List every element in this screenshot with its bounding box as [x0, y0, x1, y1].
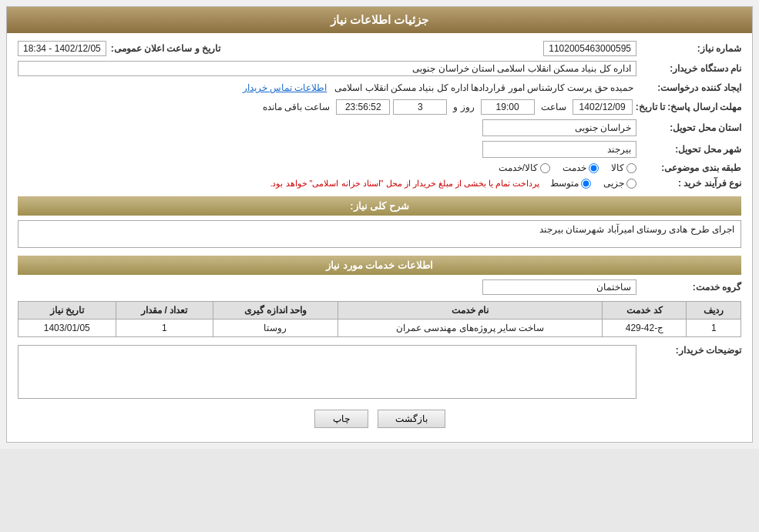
- process-label: نوع فرآیند خرید :: [641, 178, 741, 189]
- category-option-kala-khedmat[interactable]: کالا/خدمت: [499, 162, 550, 173]
- table-header-row: ردیف: [687, 302, 741, 320]
- need-number-label: شماره نیاز:: [641, 43, 741, 54]
- buyer-org-label: نام دستگاه خریدار:: [641, 63, 741, 74]
- services-section-header: اطلاعات خدمات مورد نیاز: [18, 256, 741, 275]
- process-radio-group: جزیی متوسط: [550, 178, 636, 189]
- table-cell-date: 1403/01/05: [18, 320, 116, 337]
- deadline-day-label: روز و: [450, 100, 477, 114]
- description-section-header: شرح کلی نیاز:: [18, 196, 741, 216]
- creator-contact-link[interactable]: اطلاعات تماس خریدار: [243, 82, 327, 93]
- process-option-jozi[interactable]: جزیی: [603, 178, 636, 189]
- table-header-date: تاریخ نیاز: [18, 302, 116, 320]
- deadline-time: 19:00: [481, 99, 535, 115]
- deadline-time-label: ساعت: [538, 100, 569, 114]
- creator-value: حمیده حق پرست کارشناس امور قراردادها ادا…: [331, 81, 636, 95]
- need-number-value: 1102005463000595: [543, 41, 636, 56]
- process-option-motavaset[interactable]: متوسط: [550, 178, 591, 189]
- city-label: شهر محل تحویل:: [641, 144, 741, 155]
- service-group-label: گروه خدمت:: [641, 282, 741, 293]
- table-cell-name: ساخت سایر پروژه‌های مهندسی عمران: [338, 320, 603, 337]
- print-button[interactable]: چاپ: [314, 410, 368, 428]
- category-radio-group: کالا خدمت کالا/خدمت: [499, 162, 636, 173]
- service-group-value: ساختمان: [482, 279, 636, 295]
- table-header-name: نام خدمت: [338, 302, 603, 320]
- services-table: ردیف کد خدمت نام خدمت واحد اندازه گیری ت…: [18, 301, 741, 337]
- province-label: استان محل تحویل:: [641, 122, 741, 133]
- deadline-date: 1402/12/09: [573, 99, 633, 115]
- buyer-notes-label: توضیحات خریدار:: [641, 345, 741, 356]
- table-cell-row: 1: [687, 320, 741, 337]
- category-option-khedmat[interactable]: خدمت: [563, 162, 599, 173]
- table-header-code: کد خدمت: [603, 302, 687, 320]
- creator-label: ایجاد کننده درخواست:: [641, 82, 741, 93]
- description-value: اجرای طرح هادی روستای امیرآباد شهرستان ب…: [18, 220, 741, 248]
- back-button[interactable]: بازگشت: [378, 410, 445, 428]
- table-row: 1ج-42-429ساخت سایر پروژه‌های مهندسی عمرا…: [18, 320, 741, 337]
- city-value: بیرجند: [482, 141, 636, 158]
- category-label: طبقه بندی موضوعی:: [641, 162, 741, 173]
- announce-label: تاریخ و ساعت اعلان عمومی:: [111, 43, 220, 54]
- deadline-remaining: 23:56:52: [336, 99, 390, 115]
- category-option-kala[interactable]: کالا: [611, 162, 636, 173]
- buyer-org-value: اداره کل بنیاد مسکن انقلاب اسلامی استان …: [18, 61, 636, 76]
- deadline-remaining-label: ساعت باقی مانده: [260, 100, 334, 114]
- page-title: جزئیات اطلاعات نیاز: [7, 7, 752, 33]
- buyer-notes-input[interactable]: [18, 345, 636, 399]
- deadline-days: 3: [393, 99, 447, 115]
- announce-value: 1402/12/05 - 18:34: [18, 41, 106, 56]
- action-buttons: بازگشت چاپ: [18, 410, 741, 428]
- table-cell-quantity: 1: [116, 320, 213, 337]
- table-header-qty: تعداد / مقدار: [116, 302, 213, 320]
- deadline-label: مهلت ارسال پاسخ: تا تاریخ:: [636, 102, 741, 112]
- table-cell-unit: روستا: [213, 320, 338, 337]
- table-header-unit: واحد اندازه گیری: [213, 302, 338, 320]
- province-value: خراسان جنوبی: [482, 119, 636, 136]
- table-cell-code: ج-42-429: [603, 320, 687, 337]
- process-note: پرداخت تمام یا بخشی از مبلغ خریدار از مح…: [270, 179, 539, 189]
